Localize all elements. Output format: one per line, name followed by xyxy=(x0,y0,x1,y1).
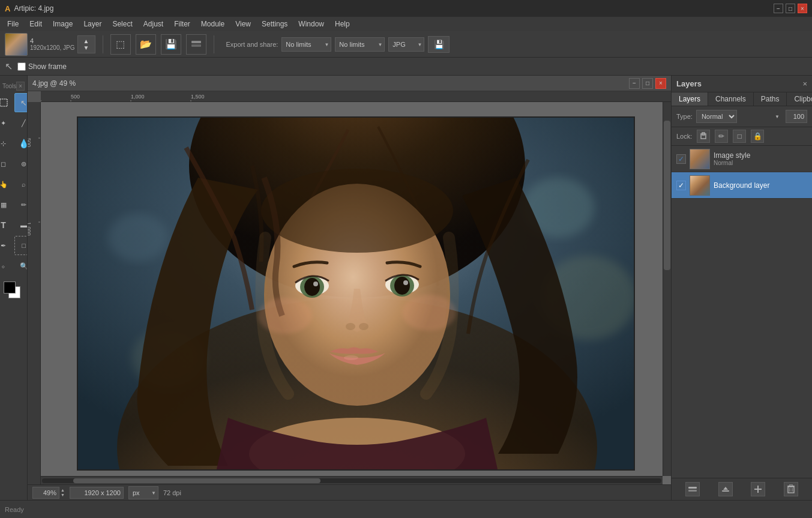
svg-text:500: 500 xyxy=(28,138,32,147)
menu-view[interactable]: View xyxy=(230,19,256,29)
menu-window[interactable]: Window xyxy=(293,19,329,29)
bucket-tool[interactable]: ⬦ xyxy=(0,256,13,276)
lock-pixels-btn[interactable] xyxy=(697,130,710,143)
new-doc-btn[interactable]: ⬚ xyxy=(110,34,131,55)
clone-tool[interactable]: ⊚ xyxy=(14,154,28,173)
svg-rect-46 xyxy=(788,487,794,493)
save-btn[interactable]: 💾 xyxy=(161,34,181,55)
layers-type-controls: Type: Normal Multiply Screen Overlay 100 xyxy=(672,106,812,127)
canvas-maximize-btn[interactable]: □ xyxy=(642,78,653,89)
maximize-button[interactable]: □ xyxy=(786,4,795,13)
svg-rect-42 xyxy=(688,490,697,492)
crop-tool[interactable]: ⊹ xyxy=(0,134,13,153)
layer-thumb-image-style xyxy=(690,149,710,169)
h-scroll-thumb[interactable] xyxy=(73,478,321,483)
delete-layer-btn[interactable] xyxy=(784,482,798,496)
file-nav-btn[interactable]: ▲▼ xyxy=(77,35,95,53)
menu-filter[interactable]: Filter xyxy=(169,19,195,29)
tab-layers[interactable]: Layers xyxy=(672,92,708,106)
tab-paths[interactable]: Paths xyxy=(754,92,787,106)
dimensions-input[interactable]: 1920 x 1200 xyxy=(70,487,124,499)
lock-paint-btn[interactable]: ✏ xyxy=(715,130,728,143)
bottom-status-bar: Ready xyxy=(0,500,812,518)
vertical-scrollbar[interactable] xyxy=(663,102,671,476)
export-size2-select[interactable]: No limits 1920x1080 1280x720 xyxy=(335,37,385,52)
rect-frame-tool[interactable]: □ xyxy=(14,236,28,255)
layers-type-select[interactable]: Normal Multiply Screen Overlay xyxy=(696,110,737,123)
unit-select[interactable]: px in cm xyxy=(128,486,158,499)
photo-container xyxy=(77,116,635,471)
blur-tool[interactable]: ⌕ xyxy=(14,175,28,194)
tool-row-6: ▦ ✏ xyxy=(0,195,28,214)
eraser-tool[interactable]: ◻ xyxy=(0,154,13,173)
canvas-close-btn[interactable]: × xyxy=(655,78,666,89)
eyedropper-tool[interactable]: ✒ xyxy=(0,236,13,255)
vertical-scroll-thumb[interactable] xyxy=(664,121,670,270)
close-button[interactable]: × xyxy=(798,4,807,13)
tab-channels[interactable]: Channels xyxy=(708,92,754,106)
layers-panel: Layers × Layers Channels Paths Clipboard… xyxy=(671,76,812,500)
zoom-arrows[interactable]: ▲ ▼ xyxy=(61,488,65,498)
layer-visibility-checkbox-1[interactable]: ✓ xyxy=(676,154,686,164)
move-layer-up-btn[interactable] xyxy=(718,482,733,496)
menu-layer[interactable]: Layer xyxy=(79,19,106,29)
tab-clipboard[interactable]: Clipboard xyxy=(787,92,812,106)
canvas-minimize-btn[interactable]: − xyxy=(629,78,640,89)
gradient-tool[interactable]: ▦ xyxy=(0,195,13,214)
menu-select[interactable]: Select xyxy=(107,19,137,29)
canvas-title: 4.jpg @ 49 % xyxy=(32,79,76,88)
lock-move-btn[interactable]: □ xyxy=(733,130,746,143)
layers-opacity-input[interactable]: 100 xyxy=(786,110,807,123)
export-size1-select[interactable]: No limits 1920x1080 1280x720 xyxy=(281,37,331,52)
magic-wand-tool[interactable]: ✦ xyxy=(0,113,13,133)
menu-help[interactable]: Help xyxy=(330,19,355,29)
show-frame-checkbox[interactable] xyxy=(17,62,26,71)
ruler-top-svg: 500 1,000 1,500 xyxy=(41,91,671,101)
foreground-color-swatch[interactable] xyxy=(4,282,16,294)
horizontal-scrollbar[interactable] xyxy=(41,476,663,484)
layers-type-wrapper: Normal Multiply Screen Overlay xyxy=(696,110,782,123)
menu-adjust[interactable]: Adjust xyxy=(139,19,168,29)
zoom-tool[interactable]: 🔍 xyxy=(14,256,28,276)
lock-label: Lock: xyxy=(676,133,692,140)
lock-all-btn[interactable]: 🔒 xyxy=(751,130,764,143)
main-toolbar: 4 1920x1200, JPG ▲▼ ⬚ 📂 💾 Export and sha… xyxy=(0,31,812,58)
svg-point-20 xyxy=(108,214,168,262)
droplet-tool[interactable]: 💧 xyxy=(14,134,28,153)
select-rect-tool[interactable] xyxy=(0,93,13,112)
image-canvas[interactable] xyxy=(41,102,671,484)
layer-item-image-style[interactable]: ✓ Image style Normal xyxy=(672,146,812,172)
svg-point-25 xyxy=(261,169,453,253)
export-save-btn[interactable]: 💾 xyxy=(428,36,450,53)
shape-tool[interactable]: ▬ xyxy=(14,215,28,235)
file-info: 4 1920x1200, JPG xyxy=(30,37,75,51)
main-area: Tools × ↖ ✦ ╱ ⊹ 💧 ◻ ⊚ 👆 ⌕ xyxy=(0,76,812,500)
svg-rect-39 xyxy=(701,134,706,139)
layers-panel-close-btn[interactable]: × xyxy=(802,79,807,88)
export-size2-wrapper: No limits 1920x1080 1280x720 xyxy=(335,37,385,52)
menu-image[interactable]: Image xyxy=(48,19,77,29)
new-group-btn[interactable] xyxy=(685,482,700,496)
layer-item-background[interactable]: ✓ Background layer xyxy=(672,172,812,199)
zoom-input[interactable]: 49% xyxy=(32,487,59,499)
paint-tool[interactable]: ✏ xyxy=(14,195,28,214)
minimize-button[interactable]: − xyxy=(774,4,783,13)
tools-close-btn[interactable]: × xyxy=(16,82,25,91)
menu-module[interactable]: Module xyxy=(196,19,229,29)
add-layer-btn[interactable] xyxy=(751,482,765,496)
move-tool[interactable]: ↖ xyxy=(14,93,28,112)
export-format-select[interactable]: JPG PNG TIFF xyxy=(388,37,424,52)
menu-file[interactable]: File xyxy=(2,19,23,29)
text-tool[interactable]: T xyxy=(0,215,13,235)
move-tool-icon: ↖ xyxy=(5,61,13,72)
open-btn[interactable]: 📂 xyxy=(136,34,156,55)
layers-btn[interactable] xyxy=(186,34,206,55)
spot-heal-tool[interactable]: ╱ xyxy=(14,113,28,133)
svg-rect-0 xyxy=(191,41,201,43)
ruler-left: 500 1,000 xyxy=(28,102,41,484)
unit-wrapper: px in cm xyxy=(128,486,158,499)
layer-visibility-checkbox-2[interactable]: ✓ xyxy=(676,181,686,190)
smudge-tool[interactable]: 👆 xyxy=(0,175,13,194)
menu-edit[interactable]: Edit xyxy=(25,19,47,29)
menu-settings[interactable]: Settings xyxy=(257,19,292,29)
